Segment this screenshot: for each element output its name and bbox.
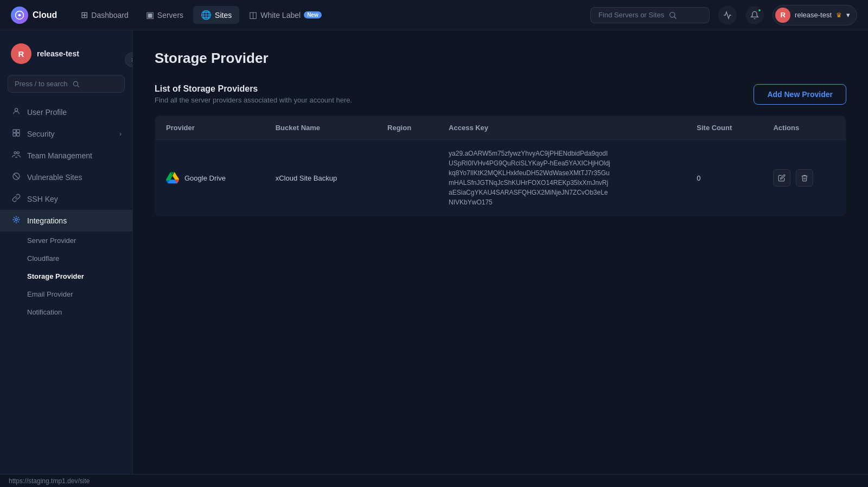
- col-provider: Provider: [155, 116, 265, 140]
- sidebar-item-vulnerable-sites[interactable]: Vulnerable Sites: [0, 166, 132, 188]
- add-provider-button[interactable]: Add New Provider: [754, 84, 846, 105]
- sidebar-item-ssh-key[interactable]: SSH Key: [0, 188, 132, 210]
- user-menu[interactable]: R release-test ♛ ▾: [773, 5, 857, 25]
- notification-dot: [757, 8, 762, 12]
- sidebar-user: R release-test: [0, 39, 132, 75]
- trash-icon: [801, 174, 808, 182]
- provider-cell: Google Drive: [155, 140, 265, 216]
- region-cell: [376, 140, 438, 216]
- col-actions: Actions: [762, 116, 846, 140]
- search-placeholder-text: Find Servers or Sites: [598, 11, 664, 19]
- sidebar-subitem-notification[interactable]: Notification: [27, 303, 132, 321]
- provider-name: Google Drive: [184, 174, 226, 182]
- sidebar-label-team-management: Team Management: [27, 151, 92, 160]
- search-icon: [72, 80, 80, 88]
- page-title: Storage Provider: [155, 50, 846, 67]
- integrations-icon: [11, 215, 22, 226]
- sidebar-subitem-email-provider[interactable]: Email Provider: [27, 285, 132, 303]
- svg-point-9: [17, 152, 19, 154]
- delete-button[interactable]: [796, 169, 813, 187]
- search-icon: [668, 11, 677, 20]
- access-key-text: ya29.aOARW5m75zfywzYhvyAC9jPHENdbidPda9q…: [449, 149, 611, 207]
- notifications-btn[interactable]: [745, 6, 764, 24]
- new-badge: New: [304, 11, 322, 18]
- whitelabel-icon: ◫: [249, 10, 257, 20]
- nav-whitelabel[interactable]: ◫ White Label New: [241, 6, 329, 24]
- section-desc: Find all the server providers associated…: [155, 96, 352, 104]
- sidebar-username: release-test: [37, 49, 79, 58]
- svg-point-3: [15, 108, 17, 111]
- status-url: https://staging.tmp1.dev/site: [9, 477, 90, 485]
- gdrive-icon: [166, 171, 179, 184]
- col-bucket-name: Bucket Name: [265, 116, 376, 140]
- sidebar-sub-menu: Server Provider Cloudflare Storage Provi…: [0, 232, 132, 321]
- sidebar-search-placeholder: Press / to search: [15, 80, 68, 88]
- nav-items: ⊞ Dashboard ▣ Servers 🌐 Sites ◫ White La…: [73, 6, 590, 24]
- crown-icon: ♛: [836, 11, 842, 19]
- col-site-count: Site Count: [686, 116, 762, 140]
- user-avatar: R: [775, 8, 790, 23]
- logo-icon: [11, 7, 28, 24]
- security-icon: [11, 129, 22, 139]
- chevron-right-icon: ›: [119, 130, 122, 138]
- user-profile-icon: [11, 107, 22, 118]
- svg-rect-5: [17, 130, 20, 132]
- access-key-cell: ya29.aOARW5m75zfywzYhvyAC9jPHENdbidPda9q…: [438, 140, 686, 216]
- nav-right: Find Servers or Sites R release-test ♛ ▾: [590, 5, 857, 25]
- user-name: release-test: [795, 11, 832, 19]
- bucket-name-cell: xCloud Site Backup: [265, 140, 376, 216]
- svg-rect-4: [13, 130, 16, 132]
- servers-icon: ▣: [146, 10, 154, 20]
- sidebar-item-security[interactable]: Security ›: [0, 123, 132, 145]
- edit-button[interactable]: [773, 169, 790, 187]
- actions-cell: [762, 140, 846, 216]
- svg-rect-6: [13, 133, 16, 136]
- nav-dashboard[interactable]: ⊞ Dashboard: [73, 6, 136, 24]
- sidebar: › R release-test Press / to search User …: [0, 30, 133, 487]
- table-row: Google Drive xCloud Site Backup ya29.aOA…: [155, 140, 846, 216]
- svg-point-12: [15, 219, 17, 221]
- top-navigation: Cloud ⊞ Dashboard ▣ Servers 🌐 Sites ◫ Wh…: [0, 0, 868, 30]
- col-access-key: Access Key: [438, 116, 686, 140]
- sites-icon: 🌐: [201, 10, 212, 20]
- activity-icon-btn[interactable]: [718, 6, 737, 24]
- nav-servers[interactable]: ▣ Servers: [138, 6, 191, 24]
- sidebar-item-integrations[interactable]: Integrations: [0, 210, 132, 232]
- sidebar-subitem-cloudflare[interactable]: Cloudflare: [27, 249, 132, 267]
- sidebar-label-user-profile: User Profile: [27, 108, 67, 117]
- sidebar-item-team-management[interactable]: Team Management: [0, 145, 132, 166]
- sidebar-nav: User Profile Security ›: [0, 101, 132, 478]
- dashboard-icon: ⊞: [81, 10, 88, 20]
- sidebar-label-security: Security: [27, 130, 55, 138]
- nav-sites[interactable]: 🌐 Sites: [193, 6, 239, 24]
- sidebar-subitem-server-provider[interactable]: Server Provider: [27, 232, 132, 249]
- global-search[interactable]: Find Servers or Sites: [590, 7, 710, 23]
- col-region: Region: [376, 116, 438, 140]
- logo[interactable]: Cloud: [11, 7, 57, 24]
- logo-text: Cloud: [33, 10, 57, 20]
- sidebar-subitem-storage-provider[interactable]: Storage Provider: [27, 267, 132, 285]
- svg-rect-7: [17, 133, 20, 136]
- activity-icon: [723, 11, 732, 20]
- provider-header-left: List of Storage Providers Find all the s…: [155, 84, 352, 104]
- provider-header: List of Storage Providers Find all the s…: [155, 84, 846, 105]
- main-layout: › R release-test Press / to search User …: [0, 30, 868, 487]
- main-content: Storage Provider List of Storage Provide…: [133, 30, 868, 487]
- sidebar-avatar: R: [11, 43, 31, 64]
- edit-icon: [778, 174, 786, 182]
- ssh-icon: [11, 194, 22, 204]
- table-body: Google Drive xCloud Site Backup ya29.aOA…: [155, 140, 846, 216]
- svg-point-8: [14, 152, 16, 154]
- sidebar-label-integrations: Integrations: [27, 216, 67, 225]
- sidebar-item-user-profile[interactable]: User Profile: [0, 101, 132, 123]
- provider-table: Provider Bucket Name Region Access Key S…: [155, 116, 846, 216]
- sidebar-label-vulnerable-sites: Vulnerable Sites: [27, 173, 82, 182]
- site-count-cell: 0: [686, 140, 762, 216]
- svg-line-11: [14, 174, 18, 178]
- section-title: List of Storage Providers: [155, 84, 352, 94]
- provider-cell-content: Google Drive: [166, 171, 254, 184]
- table-header: Provider Bucket Name Region Access Key S…: [155, 116, 846, 140]
- team-icon: [11, 150, 22, 161]
- sidebar-label-ssh-key: SSH Key: [27, 195, 58, 203]
- sidebar-search[interactable]: Press / to search: [8, 75, 125, 93]
